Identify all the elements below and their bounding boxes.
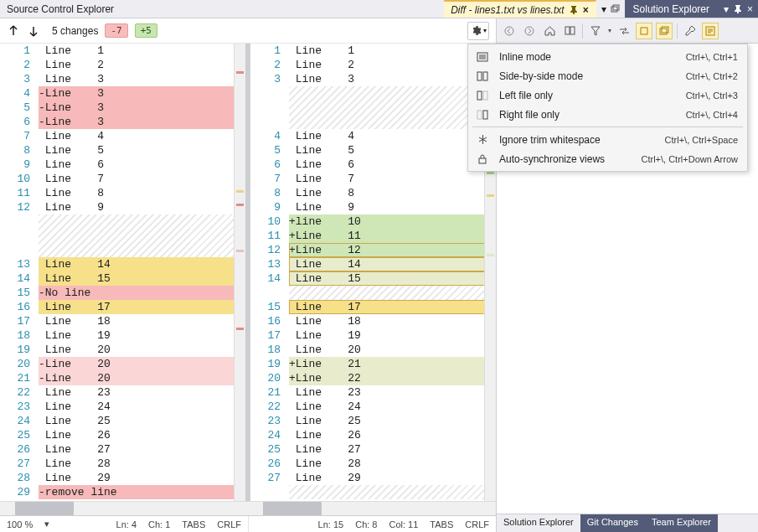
pin-icon[interactable] bbox=[570, 6, 578, 14]
code-line[interactable]: Line 8 bbox=[289, 186, 496, 200]
code-line[interactable]: Line 18 bbox=[39, 314, 245, 328]
code-line[interactable]: Line 23 bbox=[289, 385, 496, 400]
code-line[interactable]: -remove line bbox=[39, 485, 245, 499]
code-line[interactable] bbox=[39, 243, 245, 257]
code-line[interactable]: Line 7 bbox=[289, 172, 496, 186]
code-line[interactable]: Line 17 bbox=[39, 300, 245, 314]
menu-item-side-by-side-mode[interactable]: Side-by-side modeCtrl+\, Ctrl+2 bbox=[471, 66, 745, 85]
diff-settings-button[interactable]: ▾ bbox=[467, 22, 489, 40]
code-line[interactable] bbox=[39, 214, 245, 229]
code-line[interactable] bbox=[289, 101, 496, 115]
code-line[interactable]: Line 9 bbox=[289, 200, 496, 214]
tab-solution-explorer-bottom[interactable]: Solution Explorer bbox=[497, 514, 580, 532]
switch-views-icon[interactable] bbox=[562, 23, 577, 39]
code-line[interactable]: -Line 20 bbox=[39, 357, 245, 371]
code-line[interactable]: Line 25 bbox=[39, 414, 245, 428]
code-line[interactable] bbox=[289, 115, 496, 129]
code-line[interactable]: Line 27 bbox=[289, 442, 496, 457]
menu-item-inline-mode[interactable]: Inline modeCtrl+\, Ctrl+1 bbox=[471, 47, 745, 66]
properties-icon[interactable] bbox=[683, 23, 698, 39]
code-line[interactable]: Line 15 bbox=[39, 271, 245, 286]
refresh-icon[interactable] bbox=[637, 23, 652, 39]
pin-icon[interactable] bbox=[734, 5, 742, 13]
left-text-content[interactable]: Line 1 Line 2 Line 3-Line 3-Line 3-Line … bbox=[39, 44, 245, 501]
code-line[interactable]: Line 5 bbox=[289, 143, 496, 158]
code-line[interactable]: Line 20 bbox=[289, 343, 496, 357]
code-line[interactable]: Line 28 bbox=[289, 457, 496, 471]
right-hscroll[interactable] bbox=[263, 502, 322, 515]
zoom-level[interactable]: 100 % bbox=[7, 519, 33, 529]
right-diff-pane[interactable]: 1234567891011121314151617181920212223242… bbox=[250, 44, 496, 501]
code-line[interactable]: Line 2 bbox=[289, 58, 496, 72]
code-line[interactable]: Line 14 bbox=[39, 257, 245, 271]
code-line[interactable]: Line 26 bbox=[289, 428, 496, 442]
code-line[interactable]: Line 1 bbox=[289, 44, 496, 58]
code-line[interactable]: +line 10 bbox=[289, 214, 496, 229]
code-line[interactable] bbox=[39, 229, 245, 243]
caret-down-icon[interactable]: ▾ bbox=[608, 27, 611, 34]
preview-icon[interactable] bbox=[703, 23, 718, 39]
left-diff-pane[interactable]: 1234567891011121314151617181920212223242… bbox=[0, 44, 245, 501]
code-line[interactable]: Line 3 bbox=[289, 72, 496, 86]
code-line[interactable]: -Line 20 bbox=[39, 371, 245, 385]
code-line[interactable]: Line 4 bbox=[39, 129, 245, 143]
code-line[interactable]: Line 28 bbox=[39, 457, 245, 471]
left-hscroll[interactable] bbox=[15, 502, 74, 515]
code-line[interactable] bbox=[289, 485, 496, 499]
code-line[interactable]: +Line 21 bbox=[289, 357, 496, 371]
menu-item-ignore-trim-whitespace[interactable]: Ignore trim whitespaceCtrl+\, Ctrl+Space bbox=[471, 130, 745, 149]
code-line[interactable] bbox=[289, 286, 496, 300]
code-line[interactable]: Line 29 bbox=[289, 471, 496, 485]
code-line[interactable]: +Line 22 bbox=[289, 371, 496, 385]
home-icon[interactable] bbox=[542, 23, 557, 39]
menu-item-auto-synchronize-views[interactable]: Auto-synchronize viewsCtrl+\, Ctrl+Down … bbox=[471, 149, 745, 168]
tab-source-control[interactable]: Source Control Explorer bbox=[0, 0, 121, 18]
code-line[interactable]: -Line 3 bbox=[39, 115, 245, 129]
filter-icon[interactable] bbox=[588, 23, 603, 39]
code-line[interactable]: Line 9 bbox=[39, 200, 245, 214]
code-line[interactable]: Line 15 bbox=[289, 271, 496, 286]
sync-icon[interactable] bbox=[616, 23, 632, 39]
code-line[interactable]: Line 25 bbox=[289, 414, 496, 428]
back-icon[interactable] bbox=[502, 23, 517, 39]
code-line[interactable]: Line 30 bbox=[289, 499, 496, 501]
tab-restore-icon[interactable] bbox=[610, 4, 620, 14]
tab-team-explorer[interactable]: Team Explorer bbox=[645, 514, 718, 532]
code-line[interactable]: Line 19 bbox=[289, 328, 496, 343]
code-line[interactable]: Line 4 bbox=[289, 129, 496, 143]
code-line[interactable]: Line 17 bbox=[289, 300, 496, 314]
left-overview-ruler[interactable] bbox=[234, 44, 245, 501]
close-icon[interactable]: × bbox=[747, 3, 753, 15]
code-line[interactable]: Line 1 bbox=[39, 44, 245, 58]
close-icon[interactable]: × bbox=[583, 4, 589, 16]
code-line[interactable]: Line 20 bbox=[39, 343, 245, 357]
code-line[interactable]: Line 7 bbox=[39, 172, 245, 186]
code-line[interactable] bbox=[289, 86, 496, 101]
code-line[interactable]: Line 23 bbox=[39, 385, 245, 400]
tab-git-changes[interactable]: Git Changes bbox=[580, 514, 645, 532]
code-line[interactable]: Line 8 bbox=[39, 186, 245, 200]
collapse-all-icon[interactable] bbox=[657, 23, 672, 39]
code-line[interactable]: Line 6 bbox=[289, 158, 496, 172]
forward-icon[interactable] bbox=[522, 23, 537, 39]
code-line[interactable]: Line 30 bbox=[39, 499, 245, 501]
code-line[interactable]: Line 6 bbox=[39, 158, 245, 172]
right-text-content[interactable]: Line 1 Line 2 Line 3 Line 4 Line 5 Line … bbox=[289, 44, 496, 501]
code-line[interactable]: Line 14 bbox=[289, 257, 496, 271]
code-line[interactable]: Line 24 bbox=[39, 400, 245, 414]
prev-change-button[interactable] bbox=[7, 24, 20, 38]
code-line[interactable]: Line 26 bbox=[39, 428, 245, 442]
menu-item-left-file-only[interactable]: Left file onlyCtrl+\, Ctrl+3 bbox=[471, 85, 745, 105]
next-change-button[interactable] bbox=[27, 24, 40, 38]
code-line[interactable]: +Line 11 bbox=[289, 229, 496, 243]
code-line[interactable]: Line 18 bbox=[289, 314, 496, 328]
tab-dropdown-icon[interactable]: ▾ bbox=[601, 3, 606, 15]
tab-diff[interactable]: Diff - lines1.txt vs lines.txt × bbox=[444, 0, 596, 18]
panel-menu-icon[interactable]: ▾ bbox=[724, 3, 729, 15]
code-line[interactable]: Line 3 bbox=[39, 72, 245, 86]
tab-solution-explorer[interactable]: Solution Explorer bbox=[625, 0, 719, 18]
code-line[interactable]: +Line 12 bbox=[289, 243, 496, 257]
code-line[interactable]: Line 29 bbox=[39, 471, 245, 485]
code-line[interactable]: Line 24 bbox=[289, 400, 496, 414]
code-line[interactable]: Line 2 bbox=[39, 58, 245, 72]
